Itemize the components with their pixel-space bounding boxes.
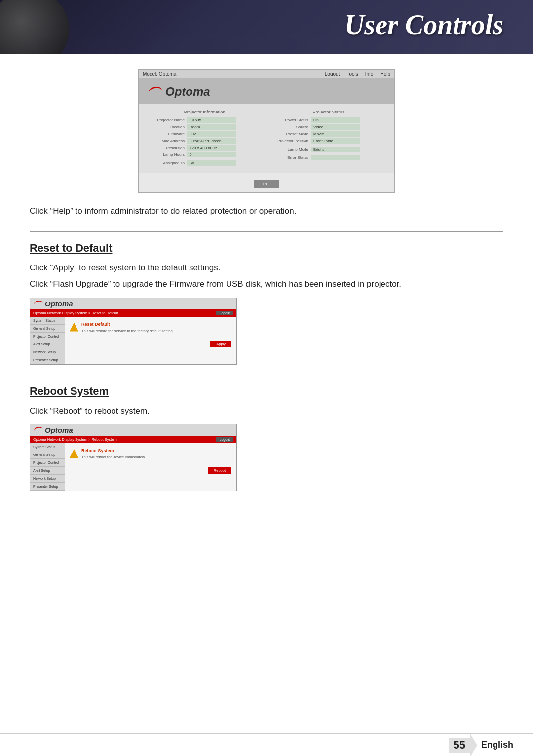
op-body-reboot: System Status General Setup Projector Co…: [30, 443, 236, 491]
proj-left-title: Projector Information: [148, 110, 262, 114]
op-sidebar-reboot: System Status General Setup Projector Co…: [30, 443, 65, 491]
op-nav-path-reboot: Optoma Network Display System > Reboot S…: [33, 437, 117, 442]
section-divider: [30, 231, 503, 232]
sidebar-item-alert-setup[interactable]: Alert Setup: [30, 340, 65, 348]
op-sidebar: System Status General Setup Projector Co…: [30, 317, 65, 364]
page-number: 55: [449, 738, 470, 753]
proj-row: Lamp Hours 0: [148, 152, 262, 157]
page-title: User Controls: [344, 9, 503, 40]
sidebar-item-network-setup-2[interactable]: Network Setup: [30, 475, 65, 483]
sidebar-item-network-setup[interactable]: Network Setup: [30, 348, 65, 356]
sidebar-item-presenter-setup[interactable]: Presenter Setup: [30, 356, 65, 364]
proj-right-col: Projector Status Power Status On Source …: [271, 110, 385, 167]
op-main-reboot: Reboot System This will reboot the devic…: [65, 443, 236, 491]
proj-row: Power Status On: [271, 117, 385, 123]
optoma-logo-curve-icon-2: [34, 426, 43, 434]
proj-exit-area: exit: [139, 173, 394, 192]
proj-topbar-nav: Logout Tools Info Help: [325, 71, 390, 76]
proj-logo-area: Optoma: [139, 78, 394, 104]
proj-left-col: Projector Information Projector Name EX6…: [148, 110, 262, 167]
op-nav-bar-reboot: Optoma Network Display System > Reboot S…: [30, 436, 236, 443]
op-nav-bar: Optoma Network Display System > Reset to…: [30, 309, 236, 317]
section-divider-2: [30, 375, 503, 375]
lens-decoration: [0, 0, 69, 54]
proj-logo-text: Optoma: [165, 85, 210, 99]
proj-right-title: Projector Status: [271, 110, 385, 114]
warning-triangle-icon: [70, 323, 78, 332]
op-logo-text: Optoma: [45, 300, 73, 308]
reset-heading: Reset to Default: [30, 242, 503, 255]
footer-page-indicator: 55 English: [449, 734, 514, 756]
op-logo-reboot: Optoma: [34, 426, 73, 434]
proj-row: Projector Name EX635: [148, 117, 262, 123]
proj-model-label: Model: Optoma: [143, 71, 176, 76]
sidebar-item-projector-control[interactable]: Projector Control: [30, 333, 65, 340]
op-logo-text-reboot: Optoma: [45, 426, 73, 434]
optoma-logo-curve-icon: [34, 300, 43, 307]
op-content-title: Reset Default: [81, 322, 174, 327]
help-description: Click “Help” to inform administrator to …: [30, 205, 503, 218]
op-apply-button[interactable]: Apply: [210, 341, 231, 347]
reset-para2: Click “Flash Upgrade” to upgrade the Fir…: [30, 278, 503, 291]
proj-nav-tools[interactable]: Tools: [346, 71, 358, 76]
proj-row: Location Room: [148, 124, 262, 130]
optoma-curve-icon: [148, 86, 163, 98]
sidebar-item-general-setup-2[interactable]: General Setup: [30, 451, 65, 459]
op-main: Reset Default This will restore the serv…: [65, 317, 236, 364]
proj-row: Resolution 720 x 480 60Hz: [148, 145, 262, 151]
proj-columns: Projector Information Projector Name EX6…: [148, 110, 385, 167]
footer-slash-icon: [470, 734, 477, 756]
op-logout-button[interactable]: Logout: [216, 311, 233, 315]
op-reboot-button[interactable]: Reboot: [208, 467, 231, 474]
proj-nav-help[interactable]: Help: [380, 71, 390, 76]
op-content-title-reboot: Reboot System: [81, 448, 146, 453]
proj-row: Preset Mode Movie: [271, 131, 385, 137]
proj-row: Lamp Mode Bright: [271, 147, 385, 152]
op-warning-row: Reset Default This will restore the serv…: [70, 322, 231, 337]
proj-topbar: Model: Optoma Logout Tools Info Help: [139, 70, 394, 78]
proj-row: Error Status: [271, 155, 385, 160]
op-warning-row-reboot: Reboot System This will reboot the devic…: [70, 448, 231, 463]
footer-language: English: [477, 740, 513, 750]
sidebar-item-system-status[interactable]: System Status: [30, 317, 65, 325]
op-content-desc: This will restore the service to the fac…: [81, 329, 174, 333]
reboot-panel: Optoma Optoma Network Display System > R…: [30, 424, 237, 491]
footer: 55 English: [0, 733, 533, 756]
sidebar-item-presenter-setup-2[interactable]: Presenter Setup: [30, 483, 65, 491]
op-logout-button-reboot[interactable]: Logout: [216, 437, 233, 442]
projector-ui-screenshot: Model: Optoma Logout Tools Info Help Opt…: [138, 69, 395, 193]
proj-row: Mac Address 00:50:41:78:d5:eb: [148, 138, 262, 144]
op-content-desc-reboot: This will reboot the device immediately.: [81, 455, 146, 459]
reboot-para1: Click “Reboot” to reboot system.: [30, 405, 503, 417]
op-header: Optoma: [30, 298, 236, 309]
proj-row: Firmware 002: [148, 131, 262, 137]
sidebar-item-alert-setup-2[interactable]: Alert Setup: [30, 467, 65, 475]
proj-row: Assigned To Sir.: [148, 160, 262, 166]
sidebar-item-general-setup[interactable]: General Setup: [30, 325, 65, 333]
warning-triangle-icon-2: [70, 449, 78, 458]
sidebar-item-system-status-2[interactable]: System Status: [30, 443, 65, 451]
op-nav-path: Optoma Network Display System > Reset to…: [33, 311, 118, 315]
reset-para1: Click “Apply” to reset system to the def…: [30, 262, 503, 274]
sidebar-item-projector-control-2[interactable]: Projector Control: [30, 459, 65, 467]
op-header-reboot: Optoma: [30, 424, 236, 436]
reset-panel: Optoma Optoma Network Display System > R…: [30, 298, 237, 365]
proj-nav-info[interactable]: Info: [365, 71, 374, 76]
op-body: System Status General Setup Projector Co…: [30, 317, 236, 364]
main-content: Model: Optoma Logout Tools Info Help Opt…: [0, 54, 533, 521]
op-warning-content-reboot: Reboot System This will reboot the devic…: [81, 448, 146, 463]
proj-nav-logout[interactable]: Logout: [325, 71, 340, 76]
proj-row: Source Video: [271, 124, 385, 130]
proj-exit-button[interactable]: exit: [254, 180, 279, 188]
proj-body: Projector Information Projector Name EX6…: [139, 104, 394, 173]
header: User Controls: [0, 0, 533, 54]
proj-row: Projector Position Front Table: [271, 138, 385, 144]
proj-logo: Optoma: [149, 85, 210, 99]
op-logo: Optoma: [34, 300, 73, 308]
op-warning-content: Reset Default This will restore the serv…: [81, 322, 174, 337]
reboot-heading: Reboot System: [30, 385, 503, 398]
